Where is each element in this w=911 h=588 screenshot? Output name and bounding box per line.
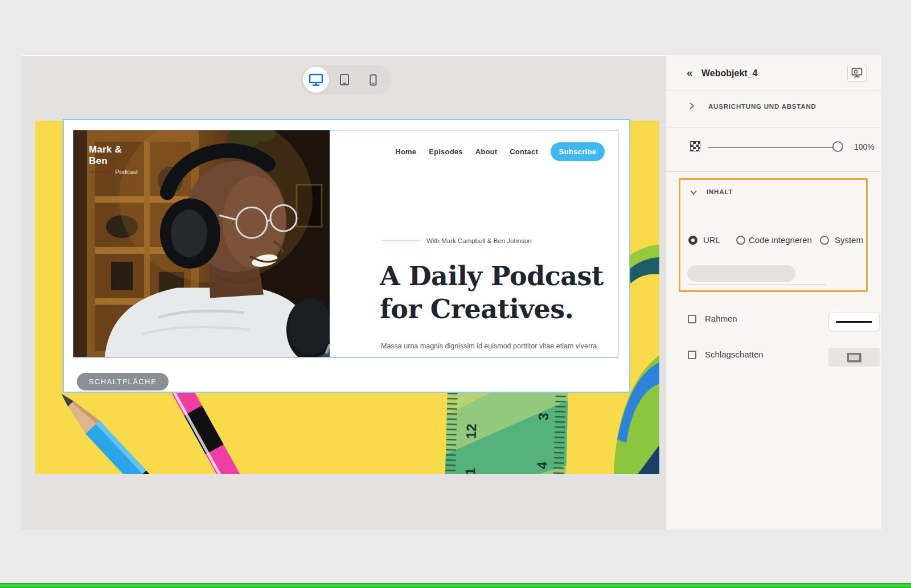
- device-phone-button[interactable]: [360, 67, 386, 93]
- site-hero: Home Episodes About Contact Subscribe Wi…: [330, 130, 618, 357]
- tagline-rule: [381, 240, 420, 241]
- device-preview-toggle: [301, 65, 391, 94]
- border-line-swatch: [836, 321, 872, 323]
- hero-body-text: Massa urna magnis dignissim id euismod p…: [381, 342, 597, 350]
- logo-title: Mark & Ben: [89, 144, 138, 167]
- monitor-icon: [851, 68, 863, 78]
- shadow-swatch-icon: [847, 353, 861, 362]
- ruler-number-3: 3: [535, 413, 551, 421]
- shadow-label[interactable]: Schlagschatten: [705, 349, 764, 359]
- opacity-icon: [690, 141, 700, 151]
- opacity-value: 100%: [854, 142, 875, 151]
- shadow-checkbox[interactable]: [688, 351, 696, 359]
- border-style-preview[interactable]: [828, 312, 880, 331]
- radio-system[interactable]: [820, 236, 829, 245]
- hero-heading-line2: for Creatives.: [380, 293, 604, 326]
- alignment-section-label[interactable]: AUSRICHTUNG UND ABSTAND: [708, 103, 816, 110]
- url-input-underline: [687, 284, 826, 285]
- radio-code[interactable]: [736, 236, 745, 245]
- desktop-icon: [309, 73, 323, 87]
- radio-code-label[interactable]: Code integrieren: [749, 235, 812, 245]
- logo-underline: [89, 171, 112, 172]
- ruler-number-11: 11: [462, 467, 478, 474]
- content-section-chevron[interactable]: [690, 187, 697, 198]
- border-label[interactable]: Rahmen: [705, 314, 737, 323]
- site-nav: Home Episodes About Contact Subscribe: [330, 142, 605, 161]
- ruler: 12 11 3 4: [445, 386, 568, 474]
- radio-url-label[interactable]: URL: [703, 235, 720, 245]
- hero-tagline: With Mark Campbell & Ben Johnson: [381, 237, 532, 244]
- content-section-highlight: INHALT URL Code integrieren System: [679, 178, 868, 292]
- web-object-type-button[interactable]: [847, 64, 867, 82]
- content-source-options: URL Code integrieren System: [688, 235, 863, 245]
- divider: [666, 127, 881, 128]
- device-tablet-button[interactable]: [331, 67, 358, 93]
- podcast-photo: Mark & Ben Podcast: [73, 130, 330, 357]
- divider: [666, 171, 881, 172]
- tagline-text: With Mark Campbell & Ben Johnson: [426, 237, 532, 244]
- device-desktop-button[interactable]: [303, 67, 329, 93]
- schaltflaeche-button[interactable]: SCHALTFLÄCHE: [77, 373, 169, 390]
- web-object-card[interactable]: Mark & Ben Podcast Home Episodes About C…: [63, 119, 630, 393]
- nav-episodes[interactable]: Episodes: [429, 147, 462, 156]
- radio-system-label[interactable]: System: [835, 235, 863, 245]
- phone-icon: [370, 74, 377, 86]
- opacity-slider-track[interactable]: [708, 147, 833, 148]
- opacity-slider-knob[interactable]: [832, 141, 843, 152]
- panel-title: Webobjekt_4: [701, 68, 757, 79]
- divider: [666, 90, 881, 91]
- alignment-section-chevron[interactable]: [689, 102, 695, 112]
- shadow-style-preview[interactable]: [828, 348, 880, 367]
- recording-indicator-bar: [0, 583, 911, 588]
- logo-subtitle: Podcast: [115, 168, 138, 175]
- subscribe-button[interactable]: Subscribe: [551, 142, 605, 161]
- content-section-label[interactable]: INHALT: [707, 188, 733, 195]
- properties-panel: « Webobjekt_4 AUSRICHTUNG UND ABSTAND 10…: [666, 55, 881, 529]
- hero-heading: A Daily Podcast for Creatives.: [380, 260, 604, 326]
- radio-url[interactable]: [688, 236, 697, 245]
- tablet-icon: [339, 73, 350, 86]
- hero-heading-line1: A Daily Podcast: [380, 260, 604, 293]
- collapse-panel-icon[interactable]: «: [687, 67, 693, 79]
- border-checkbox[interactable]: [688, 315, 696, 323]
- nav-home[interactable]: Home: [395, 147, 416, 156]
- website-mockup: Mark & Ben Podcast Home Episodes About C…: [73, 130, 618, 357]
- url-input[interactable]: [687, 265, 795, 282]
- ruler-number-12: 12: [463, 423, 479, 439]
- nav-contact[interactable]: Contact: [510, 147, 538, 156]
- ruler-number-4: 4: [534, 461, 549, 470]
- site-logo: Mark & Ben Podcast: [89, 144, 138, 175]
- nav-about[interactable]: About: [475, 147, 498, 156]
